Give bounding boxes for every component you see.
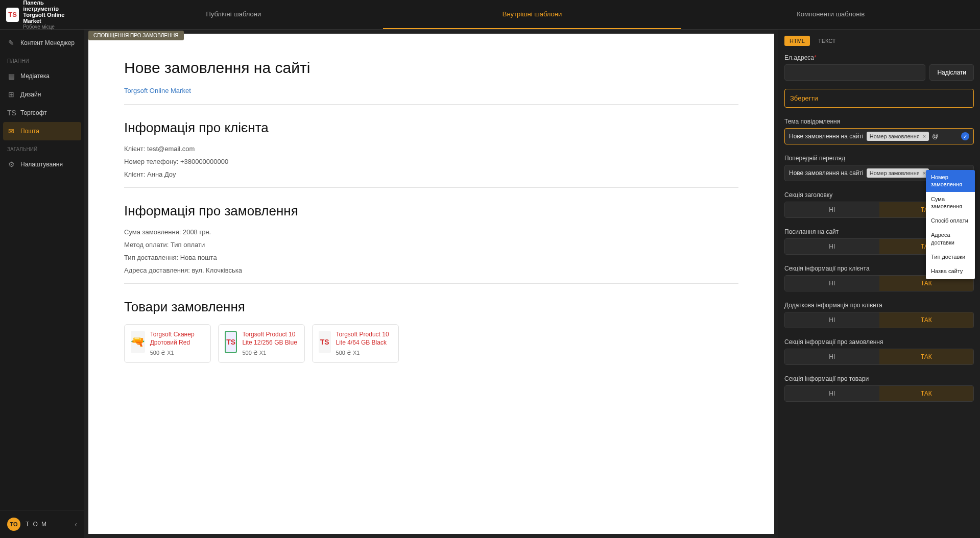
toggle-section: Секція інформації про товари НІ ТАК: [784, 375, 974, 402]
sidebar-item-media[interactable]: ▦ Медіатека: [0, 67, 84, 85]
sidebar-item-torgsoft[interactable]: TS Торгсофт: [0, 104, 84, 122]
toggle-yes[interactable]: ТАК: [879, 386, 974, 401]
toggle-no[interactable]: НІ: [785, 276, 879, 291]
format-tabs: HTML ТЕКСТ: [784, 36, 974, 46]
toggle-label: Секція інформації про замовлення: [784, 338, 974, 346]
sidebar-item-label: Пошта: [20, 128, 39, 135]
tab-template-components[interactable]: Компоненти шаблонів: [681, 0, 980, 29]
divider: [124, 187, 738, 188]
product-image: TS: [319, 331, 331, 353]
sidebar-item-label: Контент Менеджер: [20, 39, 75, 46]
dropdown-option[interactable]: Адреса доставки: [926, 228, 975, 250]
sidebar-item-content-manager[interactable]: ✎ Контент Менеджер: [0, 34, 84, 52]
app-logo: TS: [6, 8, 19, 22]
product-title: Torgsoft Product 10 Lite 4/64 GB Black: [336, 331, 392, 347]
main-body: ✎ Контент Менеджер ПЛАГІНИ ▦ Медіатека ⊞…: [0, 30, 980, 538]
remove-chip-icon[interactable]: ×: [923, 133, 926, 139]
settings-panel[interactable]: HTML ТЕКСТ Ел.адреса* Надіслати Зберегти…: [778, 30, 980, 538]
product-card: 🔫 Torgsoft Сканер Дротовий Red 500 ₴ X1: [124, 324, 211, 363]
app-subtitle-name: Torgsoft Online Market: [23, 12, 78, 24]
template-name-badge: СПОВІЩЕННЯ ПРО ЗАМОВЛЕННЯ: [88, 31, 184, 40]
toggle-yes[interactable]: ТАК: [879, 312, 974, 328]
order-line: Метод оплати: Тип оплати: [124, 241, 738, 249]
toggle-label: Секція інформації про товари: [784, 375, 974, 382]
preview-scroll[interactable]: Нове замовлення на сайті Torgsoft Online…: [88, 34, 774, 534]
sidebar-item-mail[interactable]: ✉ Пошта: [3, 122, 81, 140]
site-link[interactable]: Torgsoft Online Market: [124, 87, 191, 94]
sidebar-heading-plugins: ПЛАГІНИ: [0, 52, 84, 67]
toggle-no[interactable]: НІ: [785, 202, 879, 217]
preview-text: Нове замовлення на сайті: [789, 169, 864, 177]
tab-text[interactable]: ТЕКСТ: [813, 36, 841, 46]
sidebar: ✎ Контент Менеджер ПЛАГІНИ ▦ Медіатека ⊞…: [0, 30, 84, 538]
gear-icon: ⚙: [7, 160, 15, 168]
envelope-icon: ✉: [7, 127, 15, 135]
subject-label: Тема повідомлення: [784, 118, 974, 125]
section-client-title: Інформація про клієнта: [124, 120, 738, 136]
toggle-no[interactable]: НІ: [785, 239, 879, 254]
toggle-row: НІ ТАК: [784, 349, 974, 365]
tab-public-templates[interactable]: Публічні шаблони: [84, 0, 383, 29]
subject-text: Нове замовлення на сайті: [789, 133, 864, 140]
toggle-row: НІ ТАК: [784, 385, 974, 402]
chip-label: Номер замовлення: [870, 170, 920, 176]
products-row: 🔫 Torgsoft Сканер Дротовий Red 500 ₴ X1 …: [124, 324, 738, 363]
sidebar-footer: TO T O M ‹: [0, 510, 84, 538]
sidebar-heading-general: ЗАГАЛЬНИЙ: [0, 140, 84, 155]
tab-html[interactable]: HTML: [784, 36, 810, 46]
product-card: TS Torgsoft Product 10 Lite 12/256 GB Bl…: [218, 324, 305, 363]
divider: [124, 283, 738, 284]
toggle-no[interactable]: НІ: [785, 386, 879, 401]
ts-icon: TS: [7, 109, 15, 117]
pencil-icon: ✎: [7, 39, 15, 47]
dropdown-option[interactable]: Назва сайту: [926, 264, 975, 278]
grid-icon: ⊞: [7, 90, 15, 99]
token-chip[interactable]: Номер замовлення ×: [867, 168, 929, 178]
app-title-block: TS Панель інструментів Torgsoft Online M…: [0, 0, 84, 29]
client-line: Клієнт: test@email.com: [124, 145, 738, 153]
sidebar-item-label: Медіатека: [20, 72, 50, 80]
preview-title: Нове замовлення на сайті: [124, 59, 738, 77]
sidebar-item-settings[interactable]: ⚙ Налаштування: [0, 155, 84, 174]
product-image: TS: [225, 331, 237, 353]
toggle-no[interactable]: НІ: [785, 349, 879, 364]
dropdown-option[interactable]: Тип доставки: [926, 250, 975, 264]
email-input[interactable]: [784, 64, 925, 81]
collapse-sidebar-button[interactable]: ‹: [75, 520, 77, 528]
dropdown-option[interactable]: Сума замовлення: [926, 192, 975, 214]
save-button[interactable]: Зберегти: [784, 89, 974, 108]
toggle-section: Секція інформації про замовлення НІ ТАК: [784, 338, 974, 365]
toggle-yes[interactable]: ТАК: [879, 349, 974, 364]
product-price: 500 ₴ X1: [336, 350, 392, 356]
top-tabs: Публічні шаблони Внутрішні шаблони Компо…: [84, 0, 980, 29]
product-image: 🔫: [131, 331, 145, 353]
sidebar-item-design[interactable]: ⊞ Дизайн: [0, 85, 84, 104]
toggle-no[interactable]: НІ: [785, 312, 879, 328]
preview-pane: СПОВІЩЕННЯ ПРО ЗАМОВЛЕННЯ Нове замовленн…: [84, 30, 778, 538]
client-line: Номер телефону: +380000000000: [124, 158, 738, 165]
sidebar-item-label: Налаштування: [20, 161, 63, 168]
token-chip[interactable]: Номер замовлення ×: [867, 132, 929, 141]
toggle-row: НІ ТАК: [784, 312, 974, 328]
product-card: TS Torgsoft Product 10 Lite 4/64 GB Blac…: [312, 324, 399, 363]
image-icon: ▦: [7, 72, 15, 80]
order-line: Адреса доставлення: вул. Клочківська: [124, 266, 738, 274]
avatar[interactable]: TO: [7, 518, 20, 531]
dropdown-option[interactable]: Наш телефон: [926, 279, 975, 279]
user-name: T O M: [26, 521, 47, 528]
email-label: Ел.адреса*: [784, 54, 974, 61]
send-button[interactable]: Надіслати: [929, 64, 974, 81]
preview-label: Попередній перегляд: [784, 155, 974, 162]
chip-label: Номер замовлення: [870, 133, 920, 139]
tab-internal-templates[interactable]: Внутрішні шаблони: [383, 0, 682, 29]
app-workplace: Робоче місце: [23, 24, 78, 30]
dropdown-option[interactable]: Спосіб оплати: [926, 213, 975, 228]
subject-input[interactable]: Нове замовлення на сайті Номер замовленн…: [784, 128, 974, 144]
app-title-text: Панель інструментів Torgsoft Online Mark…: [23, 0, 78, 30]
product-price: 500 ₴ X1: [150, 350, 204, 356]
section-products-title: Товари замовлення: [124, 299, 738, 315]
variable-dropdown[interactable]: Номер замовлення Сума замовлення Спосіб …: [926, 170, 975, 279]
dropdown-option[interactable]: Номер замовлення: [926, 170, 975, 192]
order-line: Тип доставлення: Нова пошта: [124, 254, 738, 261]
check-icon[interactable]: ✓: [961, 132, 969, 140]
